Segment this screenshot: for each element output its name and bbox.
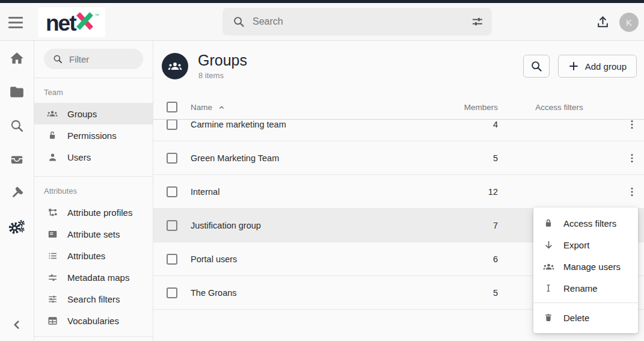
row-menu-icon[interactable] [619,120,644,141]
row-menu-icon[interactable] [619,141,644,174]
global-search-input[interactable]: Search [222,8,492,35]
menu-item-manage-users[interactable]: Manage users [533,256,638,277]
bullet-list-icon [46,250,58,262]
node-graph-icon [46,207,58,218]
sidebar-item-metadata-maps[interactable]: Metadata maps [34,266,153,288]
group-name: Green Marketing Team [191,153,279,163]
netx-logo: net ™ [38,7,105,37]
column-header-name[interactable]: Name [191,103,212,112]
sort-ascending-icon[interactable] [217,103,226,112]
menu-item-rename[interactable]: Rename [533,277,638,299]
section-label-team: Team [34,78,153,103]
sliders-three-icon [46,293,58,305]
logo-text: net [46,14,76,32]
row-checkbox[interactable] [167,287,177,298]
sidebar-item-label: Groups [67,109,97,119]
list-card-icon [46,229,58,240]
table-header: Name Members Access filters [153,95,644,120]
logo-trademark: ™ [95,13,99,17]
sidebar-item-label: Metadata maps [67,272,129,283]
search-options-icon[interactable] [470,14,485,29]
sidebar-item-attribute-sets[interactable]: Attribute sets [34,223,153,245]
member-count: 5 [400,288,499,298]
row-checkbox[interactable] [167,120,177,130]
row-context-menu: Access filters Export Manage users [533,207,638,333]
text-cursor-icon [542,283,555,293]
sidebar-filter-input[interactable]: Filter [44,49,143,69]
lock-open-icon [46,130,58,141]
add-group-button[interactable]: Add group [558,55,637,78]
avatar-initial: K [626,17,632,28]
lock-icon [542,218,555,229]
menu-item-label: Rename [563,283,598,293]
sidebar-item-label: Permissions [67,131,117,141]
menu-item-export[interactable]: Export [533,234,638,256]
groups-badge-icon [162,53,188,79]
table-icon [46,315,58,327]
sidebar-item-permissions[interactable]: Permissions [34,124,153,146]
menu-item-label: Delete [563,313,589,323]
sliders-two-icon [46,272,58,283]
section-label-attributes: Attributes [34,177,153,201]
sidebar-item-label: Users [67,152,91,162]
home-icon[interactable] [8,50,25,67]
column-header-members[interactable]: Members [400,103,499,112]
search-icon[interactable] [8,117,25,134]
logo-x-icon [76,12,95,32]
global-search-placeholder: Search [253,16,470,27]
filter-placeholder: Filter [69,54,89,64]
row-checkbox[interactable] [167,254,177,265]
group-name: Carmine marketing team [191,120,286,129]
table-search-button[interactable] [523,55,550,78]
sidebar-item-label: Vocabularies [67,316,119,326]
item-count: 8 items [198,71,224,80]
menu-item-label: Access filters [563,218,616,229]
user-avatar[interactable]: K [619,13,639,32]
table-row[interactable]: Internal 12 [153,175,644,209]
member-count: 12 [400,187,499,197]
member-count: 4 [400,120,499,129]
table-row[interactable]: Green Marketing Team 5 [153,141,644,175]
select-all-checkbox[interactable] [167,102,177,112]
upload-icon[interactable] [595,15,610,30]
sidebar-item-label: Attribute profiles [67,207,132,218]
menu-item-label: Export [563,240,589,250]
hamburger-menu-icon[interactable] [8,13,26,31]
sidebar-item-search-filters[interactable]: Search filters [34,288,153,310]
add-group-label: Add group [585,61,627,72]
column-header-access-filters[interactable]: Access filters [499,103,619,112]
sidebar-item-label: Attribute sets [67,229,120,239]
settings-gears-icon[interactable] [8,218,25,235]
inbox-icon[interactable] [8,151,25,168]
row-checkbox[interactable] [167,153,177,164]
menu-item-access-filters[interactable]: Access filters [533,212,638,234]
sidebar-item-users[interactable]: Users [34,146,153,168]
page-header: Groups 8 items Add group [153,41,644,95]
search-icon [232,15,245,28]
row-checkbox[interactable] [167,220,177,231]
group-name: Justification group [191,221,261,230]
folders-icon[interactable] [8,84,25,100]
groups-icon [542,260,555,273]
tools-hammer-icon[interactable] [8,185,25,201]
icon-rail [0,41,34,340]
sidebar-item-groups[interactable]: Groups [34,103,153,124]
row-checkbox[interactable] [167,186,177,197]
sidebar-item-attribute-profiles[interactable]: Attribute profiles [34,201,153,223]
menu-divider [533,303,638,303]
person-icon [46,152,58,163]
row-menu-icon[interactable] [619,175,644,208]
group-name: Portal users [191,254,237,264]
menu-item-delete[interactable]: Delete [533,307,638,328]
member-count: 5 [400,153,499,163]
sidebar-item-vocabularies[interactable]: Vocabularies [34,310,153,331]
group-name: Internal [191,187,219,197]
sidebar-item-attributes[interactable]: Attributes [34,245,153,266]
table-row[interactable]: Carmine marketing team 4 [153,120,644,141]
member-count: 6 [400,254,499,264]
settings-sidebar: Filter Team Groups Permissions [34,41,153,340]
top-bar: net ™ Search K [0,3,644,41]
collapse-sidebar-icon[interactable] [8,316,25,333]
menu-item-label: Manage users [563,262,621,272]
page-title: Groups [198,52,247,69]
